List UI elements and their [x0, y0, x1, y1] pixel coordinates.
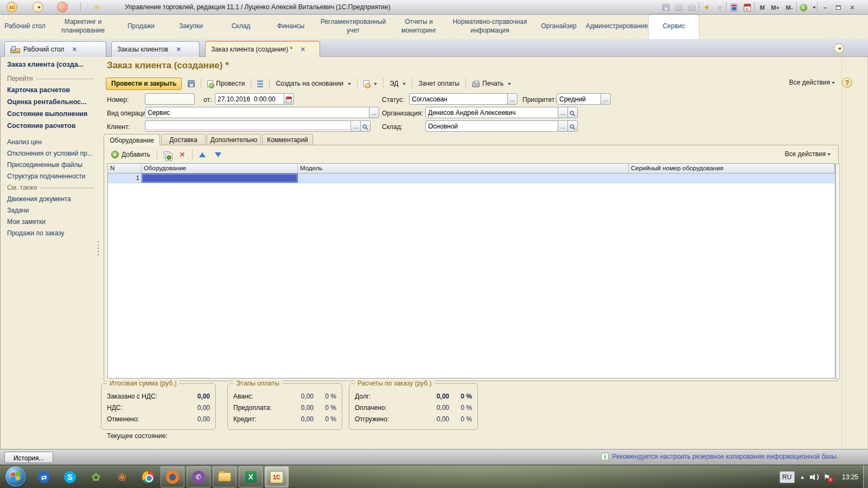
- payment-offset-button[interactable]: Зачет оплаты: [416, 78, 462, 89]
- close-tab-icon[interactable]: ✕: [72, 46, 77, 53]
- favorites-icon[interactable]: ★: [715, 3, 725, 12]
- tab-customer-orders[interactable]: Заказы клиентов ✕: [111, 41, 200, 57]
- table-all-actions-button[interactable]: Все действия: [785, 150, 831, 158]
- calculator-icon[interactable]: [729, 3, 739, 12]
- memory-add-button[interactable]: M+: [770, 3, 780, 12]
- date-picker-button[interactable]: [284, 93, 294, 105]
- print-icon[interactable]: [674, 3, 684, 12]
- close-button[interactable]: ✕: [847, 3, 857, 12]
- add-row-button[interactable]: + Добавить: [108, 149, 153, 160]
- move-up-button[interactable]: [196, 150, 208, 159]
- info-button[interactable]: i: [799, 3, 808, 12]
- tab-additional[interactable]: Дополнительно: [207, 134, 261, 145]
- action-center-flag-icon[interactable]: ⚑✕: [823, 473, 830, 481]
- taskbar-viber-button[interactable]: ✆: [187, 466, 210, 487]
- copy-row-button[interactable]: [161, 149, 173, 160]
- status-input[interactable]: [409, 93, 508, 105]
- backup-recommendation[interactable]: i Рекомендуется настроить резервное копи…: [601, 453, 838, 460]
- section-master-data[interactable]: Нормативно-справочная информация: [447, 15, 533, 39]
- post-button[interactable]: Провести: [205, 78, 247, 89]
- minimize-button[interactable]: –: [820, 3, 830, 12]
- taskbar-teamviewer-icon[interactable]: ⇄: [36, 469, 52, 485]
- print-button[interactable]: Печать: [469, 78, 514, 89]
- cell-serial[interactable]: [629, 174, 835, 183]
- organization-input[interactable]: [425, 107, 558, 118]
- ed-button[interactable]: ЭД: [387, 78, 409, 89]
- hidden-icons-button[interactable]: ▲: [800, 474, 805, 480]
- client-select-button[interactable]: ...: [350, 120, 361, 132]
- register-records-button[interactable]: [254, 78, 266, 89]
- taskbar-flower-app-icon[interactable]: ❀: [114, 469, 130, 485]
- nav-price-analysis[interactable]: Анализ цен: [7, 138, 94, 146]
- sidebar-splitter[interactable]: [96, 57, 100, 449]
- tab-desktop[interactable]: Рабочий стол ✕: [4, 41, 106, 57]
- table-row[interactable]: 1: [108, 174, 835, 183]
- nav-settlement-card[interactable]: Карточка расчетов: [7, 86, 94, 94]
- quick-launch-button[interactable]: [57, 2, 68, 12]
- taskbar-excel-button[interactable]: X: [239, 466, 263, 487]
- operation-select-button[interactable]: ...: [369, 107, 379, 118]
- client-open-button[interactable]: [360, 120, 371, 132]
- section-regulated-accounting[interactable]: Регламентированный учет: [316, 15, 391, 39]
- print-preview-icon[interactable]: [687, 3, 697, 12]
- number-input[interactable]: [145, 93, 195, 105]
- nav-fulfillment-state[interactable]: Состояние выполнения: [7, 110, 94, 118]
- col-equipment[interactable]: Оборудование: [142, 164, 298, 173]
- priority-select-button[interactable]: ...: [601, 93, 611, 105]
- save-icon[interactable]: [661, 3, 671, 12]
- taskbar-explorer-button[interactable]: [213, 466, 237, 487]
- nav-profitability[interactable]: Оценка рентабельнос...: [7, 98, 94, 106]
- section-purchases[interactable]: Закупки: [166, 15, 216, 39]
- section-finance[interactable]: Финансы: [266, 15, 316, 39]
- section-reports[interactable]: Отчеты и мониторинг: [391, 15, 447, 39]
- section-warehouse[interactable]: Склад: [216, 15, 266, 39]
- col-model[interactable]: Модель: [298, 164, 629, 173]
- nav-deviations[interactable]: Отклонения от условий пр...: [7, 150, 94, 157]
- nav-attached-files[interactable]: Присоединенные файлы: [7, 161, 94, 169]
- tab-customer-order-new[interactable]: Заказ клиента (создание) * ✕: [205, 41, 320, 57]
- warehouse-input[interactable]: [425, 120, 558, 132]
- memory-subtract-button[interactable]: M-: [784, 3, 794, 12]
- history-button[interactable]: История...: [4, 452, 53, 463]
- taskbar-firefox-button[interactable]: [161, 466, 184, 487]
- main-menu-button[interactable]: [33, 2, 43, 12]
- create-based-on-button[interactable]: Создать на основании: [273, 78, 354, 89]
- nav-settlement-state[interactable]: Состояние расчетов: [7, 122, 94, 130]
- taskbar-1c-button[interactable]: 1С: [265, 466, 289, 487]
- nav-document-movements[interactable]: Движения документа: [7, 195, 94, 203]
- date-input[interactable]: [215, 93, 284, 105]
- section-desktop[interactable]: Рабочий стол: [0, 15, 50, 39]
- section-sales[interactable]: Продажи: [116, 15, 166, 39]
- cell-n[interactable]: 1: [108, 174, 142, 183]
- warehouse-select-button[interactable]: ...: [558, 120, 568, 132]
- priority-input[interactable]: [557, 93, 601, 105]
- memory-recall-button[interactable]: M: [757, 3, 767, 12]
- close-tab-icon[interactable]: ✕: [300, 46, 305, 53]
- table-scrollbar[interactable]: [835, 164, 840, 379]
- calendar-icon[interactable]: 31: [742, 3, 752, 12]
- post-and-close-button[interactable]: Провести и закрыть: [106, 78, 182, 90]
- nav-tasks[interactable]: Задачи: [7, 207, 94, 214]
- section-service[interactable]: Сервис: [649, 15, 699, 39]
- clock-area[interactable]: 13:25: [842, 465, 858, 488]
- section-marketing[interactable]: Маркетинг и планирование: [50, 15, 116, 39]
- document-clock-button[interactable]: [361, 78, 380, 89]
- tab-equipment[interactable]: Оборудование: [104, 134, 160, 146]
- col-n[interactable]: N: [108, 164, 142, 173]
- save-button[interactable]: [185, 78, 197, 89]
- client-input[interactable]: [145, 120, 351, 132]
- volume-icon[interactable]: ): [810, 473, 818, 481]
- taskbar-chrome-icon[interactable]: [140, 469, 156, 485]
- nav-sales-by-order[interactable]: Продажи по заказу: [7, 229, 94, 237]
- delete-row-button[interactable]: ✕: [176, 148, 188, 161]
- show-desktop-button[interactable]: [863, 465, 868, 488]
- onec-system-menu-icon[interactable]: 1С: [7, 2, 17, 12]
- nav-subordination[interactable]: Структура подчиненности: [7, 172, 94, 180]
- close-tab-icon[interactable]: ✕: [176, 46, 181, 53]
- taskbar-skype-icon[interactable]: S: [62, 469, 78, 485]
- status-select-button[interactable]: ...: [507, 93, 518, 105]
- favorites-star-icon[interactable]: ★: [91, 2, 102, 12]
- operation-input[interactable]: [145, 107, 369, 118]
- nav-my-notes[interactable]: Мои заметки: [7, 218, 94, 226]
- cell-equipment-selected[interactable]: [142, 174, 298, 183]
